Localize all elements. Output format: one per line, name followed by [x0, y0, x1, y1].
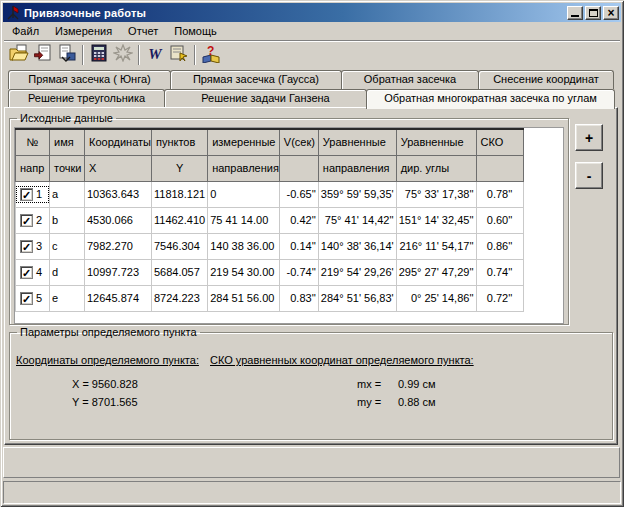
row-checkbox[interactable]: ✓ [20, 188, 33, 201]
cell-x[interactable]: 10363.643 [85, 181, 152, 207]
cell-include[interactable]: ✓5 [16, 285, 50, 311]
col-adjusted-1: Уравненные [318, 129, 396, 155]
word-report-button[interactable]: W [143, 43, 167, 66]
help-button[interactable]: ? [199, 43, 223, 66]
calculator-button[interactable] [87, 43, 111, 66]
menu-item-measurements[interactable]: Измерения [47, 23, 120, 40]
col-number-sub: напр [16, 155, 50, 181]
tab-coordinate-transfer[interactable]: Снесение координат [478, 70, 614, 89]
cell-y[interactable]: 8724.223 [151, 285, 207, 311]
cell-x[interactable]: 7982.270 [85, 233, 152, 259]
close-button[interactable]: × [603, 6, 619, 20]
tab-strip: Прямая засечка ( Юнга)Прямая засечка (Га… [8, 70, 618, 108]
row-number: 5 [36, 292, 42, 304]
tab-direct-intersection-gauss[interactable]: Прямая засечка (Гаусса) [170, 70, 342, 89]
cell-include[interactable]: ✓3 [16, 233, 50, 259]
cell-adjusted-azimuth[interactable]: 295° 27' 47,29'' [396, 259, 476, 285]
add-point-button[interactable]: + [575, 124, 603, 151]
cell-y[interactable]: 7546.304 [151, 233, 207, 259]
cell-point-name[interactable]: d [50, 259, 85, 285]
minimize-button[interactable] [567, 6, 583, 20]
checkbox-wrap: ✓2 [18, 214, 47, 227]
cell-measured-direction[interactable]: 284 51 56.00 [208, 285, 280, 311]
cell-adjusted-direction[interactable]: 219° 54' 29,26' [318, 259, 396, 285]
cell-point-name[interactable]: e [50, 285, 85, 311]
toolbar-separator [138, 45, 140, 65]
cell-sko[interactable]: 0.74'' [476, 259, 523, 285]
row-checkbox[interactable]: ✓ [20, 214, 33, 227]
my-label: my = [357, 396, 381, 408]
tab-hansen-problem[interactable]: Решение задачи Ганзена [164, 89, 367, 108]
cell-measured-direction[interactable]: 0 [208, 181, 280, 207]
tab-direct-intersection-jung[interactable]: Прямая засечка ( Юнга) [8, 70, 171, 89]
cell-x[interactable]: 10997.723 [85, 259, 152, 285]
cell-measured-direction[interactable]: 75 41 14.00 [208, 207, 280, 233]
cell-adjusted-azimuth[interactable]: 0° 25' 14,86'' [396, 285, 476, 311]
cell-v-correction[interactable]: -0.65'' [279, 181, 318, 207]
cell-include[interactable]: ✓2 [16, 207, 50, 233]
export-save-button[interactable] [55, 43, 79, 66]
mx-value: 0.99 см [398, 378, 436, 390]
open-report-button[interactable] [7, 43, 31, 66]
cell-adjusted-direction[interactable]: 75° 41' 14,42'' [318, 207, 396, 233]
cell-v-correction[interactable]: 0.42'' [279, 207, 318, 233]
window-controls: × [567, 6, 619, 20]
compute-button[interactable] [111, 43, 135, 66]
cell-adjusted-azimuth[interactable]: 216° 11' 54,17'' [396, 233, 476, 259]
parameters-group-title: Параметры определяемого пункта [17, 326, 200, 338]
col-x: X [85, 155, 152, 181]
maximize-button[interactable] [585, 6, 601, 20]
cell-adjusted-direction[interactable]: 359° 59' 59,35' [318, 181, 396, 207]
cell-adjusted-azimuth[interactable]: 75° 33' 17,38'' [396, 181, 476, 207]
cell-y[interactable]: 11818.121 [151, 181, 207, 207]
cell-v-correction[interactable]: 0.83'' [279, 285, 318, 311]
cell-point-name[interactable]: b [50, 207, 85, 233]
my-value: 0.88 см [398, 396, 436, 408]
remove-point-button[interactable]: - [575, 162, 603, 189]
tab-resection[interactable]: Обратная засечка [341, 70, 479, 89]
cell-measured-direction[interactable]: 140 38 36.00 [208, 233, 280, 259]
cell-sko[interactable]: 0.86'' [476, 233, 523, 259]
window-title: Привязочные работы [24, 7, 567, 19]
help-book-icon: ? [201, 44, 221, 66]
status-bar [3, 481, 621, 504]
menu-item-file[interactable]: Файл [4, 23, 47, 40]
cell-v-correction[interactable]: 0.14'' [279, 233, 318, 259]
cell-point-name[interactable]: a [50, 181, 85, 207]
parameters-groupbox: Параметры определяемого пункта Координат… [9, 326, 613, 440]
database-export-button[interactable] [167, 43, 191, 66]
tab-triangle-solution[interactable]: Решение треугольника [8, 89, 165, 108]
open-folder-icon [9, 44, 29, 65]
col-v-sec: V(сек) [279, 129, 318, 155]
cell-adjusted-direction[interactable]: 284° 51' 56,83' [318, 285, 396, 311]
cell-adjusted-azimuth[interactable]: 151° 14' 32,45'' [396, 207, 476, 233]
cell-sko[interactable]: 0.72'' [476, 285, 523, 311]
row-checkbox[interactable]: ✓ [20, 266, 33, 279]
tab-multiple-angular-resection[interactable]: Обратная многократная засечка по углам [366, 89, 615, 109]
row-checkbox[interactable]: ✓ [20, 240, 33, 253]
cell-adjusted-direction[interactable]: 140° 38' 36,14' [318, 233, 396, 259]
cell-x[interactable]: 4530.066 [85, 207, 152, 233]
menu-item-help[interactable]: Помощь [166, 23, 225, 40]
row-checkbox[interactable]: ✓ [20, 292, 33, 305]
cell-y[interactable]: 5684.057 [151, 259, 207, 285]
toolbar: W ? [4, 40, 620, 68]
sko-heading: СКО уравненных координат определяемого п… [210, 354, 474, 366]
cell-v-correction[interactable]: -0.74'' [279, 259, 318, 285]
cell-include[interactable]: ✓1 [16, 181, 50, 207]
menu-item-report[interactable]: Отчет [120, 23, 166, 40]
cell-y[interactable]: 11462.410 [151, 207, 207, 233]
import-measurements-button[interactable] [31, 43, 55, 66]
table-row: ✓2b4530.06611462.41075 41 14.000.42''75°… [16, 207, 524, 233]
points-grid: № имя Координаты пунктов измеренные V(се… [14, 127, 564, 324]
cell-measured-direction[interactable]: 219 54 30.00 [208, 259, 280, 285]
cell-x[interactable]: 12645.874 [85, 285, 152, 311]
table-row: ✓1a10363.64311818.1210-0.65''359° 59' 59… [16, 181, 524, 207]
cell-sko[interactable]: 0.60'' [476, 207, 523, 233]
cell-sko[interactable]: 0.78'' [476, 181, 523, 207]
cell-include[interactable]: ✓4 [16, 259, 50, 285]
app-window: Привязочные работы × Файл Измерения Отче… [0, 0, 624, 507]
header-row-1: № имя Координаты пунктов измеренные V(се… [16, 129, 524, 155]
cell-point-name[interactable]: c [50, 233, 85, 259]
app-icon [6, 5, 21, 20]
